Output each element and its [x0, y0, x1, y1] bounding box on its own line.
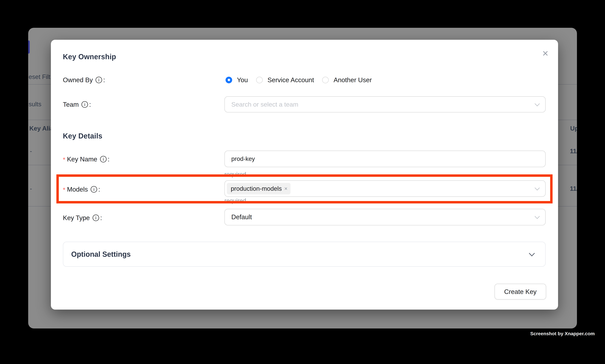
radio-owned-by-you[interactable]: You: [226, 76, 248, 84]
create-key-button[interactable]: Create Key: [494, 284, 546, 299]
info-icon[interactable]: i: [81, 101, 88, 108]
close-icon: ✕: [542, 50, 549, 57]
key-type-label: Key Type i :: [63, 213, 102, 222]
radio-label[interactable]: Service Account: [268, 76, 314, 84]
key-type-select-value: Default: [225, 213, 252, 221]
section-heading-key-details: Key Details: [63, 132, 102, 140]
create-key-modal: ✕ Key Ownership Owned By i : You Service…: [51, 40, 558, 310]
model-tag-text: production-models: [231, 185, 282, 192]
radio-selected-icon[interactable]: [226, 77, 232, 83]
label-colon: :: [103, 76, 105, 84]
key-name-label: * Key Name i :: [63, 155, 110, 164]
key-name-input-value: prod-key: [225, 155, 255, 163]
table-cell-alias: -: [30, 147, 32, 156]
key-name-required-hint: required: [224, 171, 246, 178]
models-required-hint: required: [224, 197, 246, 204]
required-asterisk: *: [63, 185, 65, 194]
info-icon[interactable]: i: [91, 186, 97, 193]
team-label: Team i :: [63, 100, 91, 109]
model-tag: production-models ×: [227, 183, 291, 195]
key-type-select[interactable]: Default: [224, 209, 546, 225]
owned-by-radio-group: You Service Account Another User: [226, 75, 372, 84]
table-cell-date: 11/: [570, 184, 577, 193]
watermark: Screenshot by Xnapper.com: [530, 331, 595, 336]
optional-settings-title: Optional Settings: [71, 250, 131, 259]
label-colon: :: [89, 100, 91, 109]
radio-unselected-icon[interactable]: [322, 77, 329, 83]
radio-owned-by-another-user[interactable]: Another User: [322, 76, 372, 84]
models-label-text: Models: [67, 185, 88, 194]
primary-action-button-partial: [28, 40, 30, 53]
column-header-key-alias: Key Alia: [29, 124, 53, 133]
chevron-down-icon: [535, 185, 540, 190]
owned-by-label-text: Owned By: [63, 76, 93, 84]
close-button[interactable]: ✕: [540, 48, 551, 59]
required-asterisk: *: [63, 155, 65, 164]
team-select-placeholder: Search or select a team: [225, 101, 298, 108]
team-select[interactable]: Search or select a team: [224, 96, 546, 113]
optional-settings-header[interactable]: Optional Settings: [63, 242, 546, 267]
results-count-partial: sults: [29, 100, 41, 109]
info-icon[interactable]: i: [93, 215, 99, 221]
radio-label[interactable]: Another User: [334, 76, 372, 84]
table-cell-date: 11/: [570, 147, 577, 156]
label-colon: :: [98, 185, 100, 194]
info-icon[interactable]: i: [96, 77, 102, 83]
radio-owned-by-service-account[interactable]: Service Account: [256, 76, 314, 84]
label-colon: :: [100, 213, 102, 222]
models-label: * Models i :: [63, 185, 100, 194]
chevron-down-icon: [535, 101, 540, 106]
radio-unselected-icon[interactable]: [256, 77, 263, 83]
key-name-label-text: Key Name: [67, 155, 97, 164]
label-colon: :: [108, 155, 110, 164]
info-icon[interactable]: i: [100, 156, 107, 162]
radio-label[interactable]: You: [237, 76, 248, 84]
tag-remove-icon[interactable]: ×: [284, 186, 287, 191]
screenshot-frame: eset Filt sults Key Alia Up - 11/ - 11/ …: [0, 0, 605, 364]
models-select[interactable]: production-models ×: [224, 180, 546, 197]
column-header-updated: Up: [570, 124, 577, 133]
chevron-down-icon: [535, 214, 540, 219]
section-heading-key-ownership: Key Ownership: [63, 52, 116, 61]
key-name-input[interactable]: prod-key: [224, 151, 546, 167]
key-type-label-text: Key Type: [63, 213, 90, 222]
owned-by-label: Owned By i :: [63, 76, 105, 84]
chevron-down-icon: [529, 250, 535, 256]
table-cell-alias: -: [30, 184, 32, 193]
team-label-text: Team: [63, 100, 79, 109]
reset-filters-button-partial: eset Filt: [29, 72, 50, 81]
